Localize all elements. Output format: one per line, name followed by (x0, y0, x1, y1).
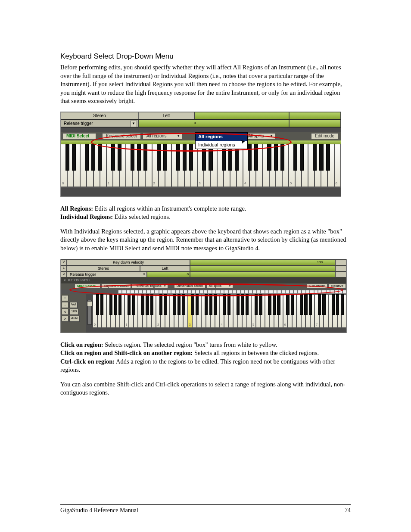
all-splits-dropdown-2[interactable]: All splits (206, 284, 233, 289)
end-box-1[interactable] (335, 265, 346, 271)
midi-select-button[interactable]: MIDI Select (62, 133, 96, 139)
region-box[interactable] (302, 290, 305, 294)
midi-select-button-2[interactable]: MIDI Select (75, 284, 100, 289)
white-key[interactable] (249, 144, 256, 187)
white-key[interactable] (287, 294, 292, 328)
lt-button[interactable]: < (62, 309, 68, 315)
region-box[interactable] (159, 290, 163, 294)
region-box[interactable] (334, 290, 338, 294)
region-box[interactable] (285, 290, 289, 294)
region-box[interactable] (224, 290, 228, 294)
white-key[interactable] (319, 294, 324, 328)
white-key[interactable] (224, 294, 229, 328)
white-key[interactable] (314, 294, 319, 328)
region-box[interactable] (126, 290, 130, 294)
white-key[interactable] (119, 144, 126, 187)
region-box[interactable] (273, 290, 277, 294)
minus-button[interactable]: - (62, 302, 68, 308)
all-splits-dropdown[interactable]: All splits (244, 133, 275, 139)
white-key[interactable] (113, 144, 119, 187)
white-key[interactable] (97, 294, 102, 328)
piano-keyboard-2[interactable] (93, 294, 346, 333)
white-key[interactable] (217, 144, 224, 187)
white-key[interactable] (219, 294, 224, 328)
relative-button[interactable]: Relative (328, 284, 346, 289)
white-key[interactable] (93, 294, 97, 328)
white-key[interactable] (292, 294, 297, 328)
white-key[interactable] (61, 144, 67, 187)
region-box[interactable] (326, 290, 330, 294)
region-box[interactable] (290, 290, 293, 294)
region-box[interactable] (265, 290, 269, 294)
white-key[interactable] (333, 294, 337, 328)
region-box[interactable] (171, 290, 175, 294)
white-key[interactable] (106, 144, 113, 187)
region-box[interactable] (261, 290, 265, 294)
region-box[interactable] (281, 290, 285, 294)
white-key[interactable] (302, 144, 308, 187)
region-box[interactable] (245, 290, 249, 294)
region-box[interactable] (237, 290, 240, 294)
region-box[interactable] (146, 290, 150, 294)
white-key[interactable] (308, 144, 314, 187)
region-box[interactable] (220, 290, 224, 294)
white-key[interactable] (152, 294, 156, 328)
region-box[interactable] (143, 290, 146, 294)
velocity-strip[interactable] (194, 112, 289, 119)
region-box[interactable] (232, 290, 236, 294)
region-box[interactable] (196, 290, 199, 294)
region-box[interactable] (298, 290, 302, 294)
region-box[interactable] (204, 290, 208, 294)
white-key[interactable] (310, 294, 315, 328)
region-box[interactable] (342, 290, 346, 294)
white-key[interactable] (247, 294, 252, 328)
region-box[interactable] (306, 290, 310, 294)
region-box[interactable] (330, 290, 334, 294)
white-key[interactable] (178, 144, 184, 187)
white-key[interactable] (183, 294, 188, 328)
white-key[interactable] (115, 294, 120, 328)
region-boxes-strip[interactable] (61, 289, 346, 294)
white-key[interactable] (204, 144, 210, 187)
region-box[interactable] (277, 290, 281, 294)
plus-button[interactable]: + (62, 295, 68, 301)
white-key[interactable] (165, 144, 171, 187)
white-key[interactable] (120, 294, 125, 328)
white-key[interactable] (159, 144, 165, 187)
white-key[interactable] (134, 294, 138, 328)
vel-slider[interactable] (87, 300, 92, 325)
white-key[interactable] (289, 144, 295, 187)
release-strip-2a[interactable]: 0 (147, 271, 190, 277)
white-key[interactable] (282, 144, 289, 187)
white-key[interactable] (278, 294, 283, 328)
white-key[interactable] (276, 144, 282, 187)
region-box[interactable] (179, 290, 183, 294)
region-box[interactable] (212, 290, 216, 294)
individual-regions-dropdown[interactable]: Individual regions (132, 284, 168, 289)
white-key[interactable] (224, 144, 230, 187)
white-key[interactable] (337, 294, 342, 328)
white-key[interactable] (251, 294, 256, 328)
white-key[interactable] (342, 294, 346, 328)
stereo-strip[interactable] (190, 265, 335, 271)
white-key[interactable] (296, 294, 301, 328)
white-key[interactable] (179, 294, 184, 328)
white-key[interactable] (201, 294, 206, 328)
white-key[interactable] (328, 294, 333, 328)
region-box[interactable] (228, 290, 232, 294)
white-key[interactable] (171, 144, 178, 187)
release-strip[interactable]: 0 (138, 120, 289, 127)
region-box[interactable] (322, 290, 326, 294)
white-key[interactable] (301, 294, 306, 328)
white-key[interactable] (161, 294, 165, 328)
keyboard-section-header[interactable]: ▼ KEYBOARD (61, 277, 346, 283)
white-key[interactable] (233, 294, 238, 328)
region-box[interactable] (155, 290, 159, 294)
white-key[interactable] (274, 294, 279, 328)
region-box[interactable] (249, 290, 252, 294)
white-key[interactable] (145, 144, 152, 187)
release-strip-2b[interactable] (190, 271, 335, 277)
region-box[interactable] (293, 290, 297, 294)
edit-mode-button[interactable]: Edit mode (311, 133, 338, 139)
white-key[interactable] (147, 294, 152, 328)
